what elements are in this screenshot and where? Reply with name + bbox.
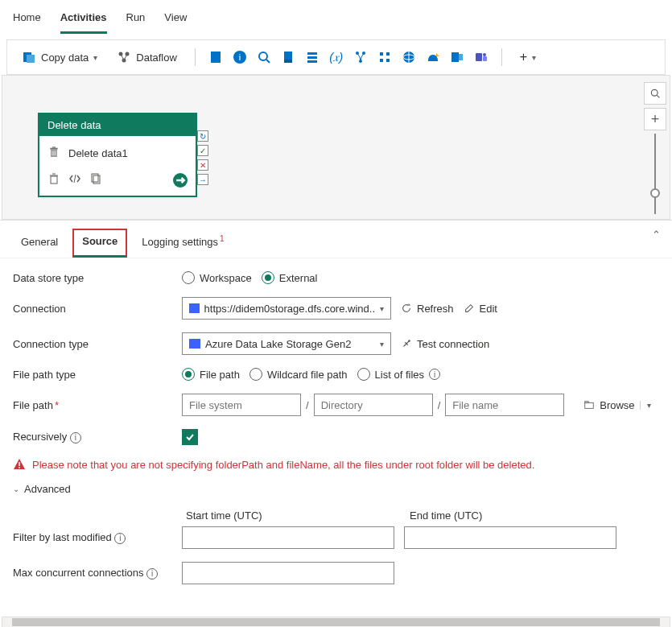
svg-rect-28	[476, 53, 482, 61]
scrollbar-thumb[interactable]	[12, 618, 659, 626]
recursively-label: Recursively i	[13, 431, 174, 443]
zoom-slider-track	[654, 134, 656, 214]
directory-input[interactable]	[314, 394, 433, 416]
svg-point-46	[408, 340, 410, 342]
advanced-toggle[interactable]: ⌄Advanced	[13, 483, 71, 495]
panel-tab-general[interactable]: General	[13, 231, 66, 256]
tab-run[interactable]: Run	[126, 6, 146, 34]
collapse-panel-icon[interactable]: ⌃	[652, 229, 661, 241]
web-icon[interactable]	[402, 50, 416, 64]
panel-tab-logging[interactable]: Logging settings1	[134, 229, 232, 256]
svg-rect-14	[307, 60, 317, 63]
variable-icon[interactable]: (𝑥)	[329, 50, 344, 64]
tab-activities[interactable]: Activities	[60, 6, 107, 34]
branch-icon[interactable]	[353, 50, 368, 64]
info-icon[interactable]: i	[114, 533, 126, 544]
connector-success-icon[interactable]: ✓	[197, 145, 208, 156]
svg-rect-51	[19, 467, 20, 468]
svg-rect-21	[386, 59, 390, 62]
svg-line-9	[266, 60, 270, 63]
radio-external[interactable]: External	[262, 271, 318, 284]
chevron-down-icon[interactable]: ▾	[640, 401, 651, 410]
radio-list-files-label: List of files	[375, 369, 424, 381]
warning-text: Please note that you are not specifying …	[32, 459, 534, 471]
search-icon[interactable]	[257, 50, 271, 64]
info-icon[interactable]: i	[233, 50, 247, 64]
dataflow-icon	[117, 50, 131, 64]
filter-label: Filter by last modified i	[13, 531, 174, 544]
file-system-input[interactable]	[182, 394, 301, 416]
align-icon[interactable]	[377, 50, 392, 64]
add-button[interactable]: + ▾	[515, 47, 541, 68]
tab-view[interactable]: View	[164, 6, 187, 34]
info-icon[interactable]: i	[429, 369, 440, 380]
tab-home[interactable]: Home	[13, 6, 41, 34]
end-time-input[interactable]	[404, 526, 616, 549]
advanced-label: Advanced	[24, 483, 71, 495]
teams-icon[interactable]	[474, 50, 489, 64]
svg-rect-34	[50, 148, 57, 150]
code-icon[interactable]	[68, 172, 81, 188]
copy-data-button[interactable]: Copy data ▾	[17, 47, 102, 68]
dataflow-button[interactable]: Dataflow	[112, 47, 182, 68]
path-separator: /	[306, 399, 309, 411]
start-time-header: Start time (UTC)	[186, 509, 398, 522]
panel-tab-source[interactable]: Source	[72, 229, 127, 258]
radio-list-files[interactable]: List of files i	[357, 368, 440, 381]
delete-large-icon	[47, 146, 60, 161]
info-icon[interactable]: i	[70, 432, 81, 443]
recursively-checkbox[interactable]	[182, 429, 198, 445]
canvas-add-button[interactable]: +	[644, 108, 666, 130]
webhook-icon[interactable]	[426, 50, 440, 64]
data-store-type-label: Data store type	[13, 272, 174, 284]
test-connection-button[interactable]: Test connection	[401, 338, 489, 350]
radio-wildcard[interactable]: Wildcard file path	[249, 368, 348, 381]
chevron-down-icon: ▾	[532, 53, 536, 62]
svg-line-42	[74, 175, 76, 183]
radio-file-path[interactable]: File path	[182, 368, 240, 381]
copy-data-label: Copy data	[41, 52, 89, 64]
storage-icon	[189, 303, 200, 313]
info-icon[interactable]: i	[146, 568, 158, 580]
refresh-button[interactable]: Refresh	[401, 303, 454, 315]
svg-marker-45	[409, 303, 411, 306]
panel-tab-logging-label: Logging settings	[142, 237, 218, 249]
svg-rect-27	[459, 54, 463, 60]
start-time-input[interactable]	[182, 526, 394, 549]
connector-skip-icon[interactable]: →	[197, 174, 208, 185]
svg-rect-26	[451, 52, 459, 62]
svg-line-32	[657, 95, 659, 97]
copy-icon[interactable]	[89, 172, 102, 188]
connection-value: https://didem0storage.dfs.core.wind..	[204, 303, 375, 315]
connector-retry-icon[interactable]: ↻	[197, 130, 208, 142]
storage-icon	[189, 339, 200, 349]
canvas-search-button[interactable]	[644, 82, 666, 105]
connection-type-label: Connection type	[13, 338, 174, 350]
zoom-slider-handle[interactable]	[650, 188, 660, 198]
max-connections-input[interactable]	[182, 562, 394, 584]
connection-type-select[interactable]: Azure Data Lake Storage Gen2 ▾	[182, 332, 391, 355]
horizontal-scrollbar[interactable]	[2, 617, 670, 627]
activity-node[interactable]: Delete data Delete data1 ↻ ✓ ✕ →	[38, 113, 197, 197]
list-icon[interactable]	[305, 50, 320, 64]
script-icon[interactable]	[281, 50, 295, 64]
radio-workspace[interactable]: Workspace	[182, 271, 252, 284]
run-icon[interactable]	[173, 173, 188, 188]
canvas[interactable]: + Delete data Delete data1 ↻ ✓ ✕ →	[2, 75, 670, 220]
browse-button[interactable]: Browse	[583, 399, 634, 411]
svg-point-31	[651, 89, 658, 96]
file-path-type-label: File path type	[13, 369, 174, 381]
delete-icon[interactable]	[47, 172, 60, 188]
separator	[501, 48, 502, 66]
edit-button[interactable]: Edit	[464, 303, 497, 315]
logging-badge: 1	[220, 234, 225, 243]
notebook-icon[interactable]	[208, 50, 223, 64]
connection-select[interactable]: https://didem0storage.dfs.core.wind.. ▾	[182, 297, 391, 320]
connector-fail-icon[interactable]: ✕	[197, 159, 208, 171]
svg-point-29	[483, 53, 486, 56]
warning-icon	[13, 458, 26, 471]
outlook-icon[interactable]	[450, 50, 464, 64]
file-name-input[interactable]	[445, 394, 564, 416]
chevron-down-icon: ▾	[380, 340, 384, 349]
dataflow-label: Dataflow	[136, 52, 177, 64]
